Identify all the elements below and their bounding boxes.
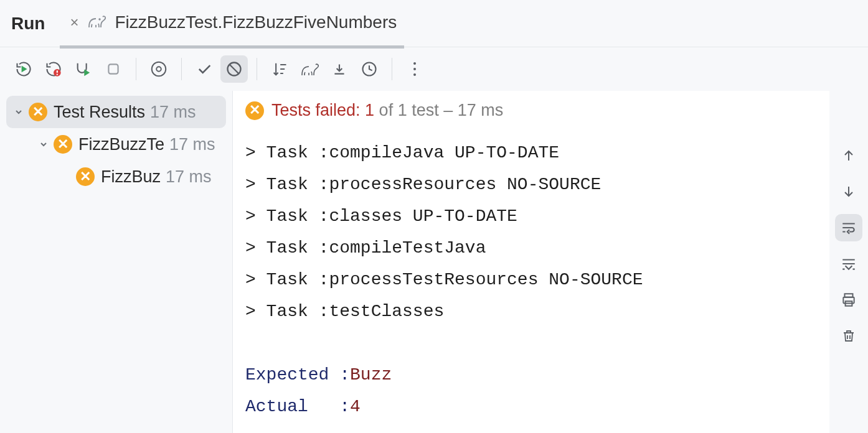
more-options-button[interactable] (401, 55, 428, 83)
run-panel-label: Run (11, 14, 45, 34)
tree-class-node[interactable]: ✕ FizzBuzzTe 17 ms (0, 128, 232, 161)
close-tab-icon[interactable]: × (70, 14, 78, 31)
console-line: > Task :processResources NO-SOURCE (245, 169, 817, 201)
status-summary-text: of 1 test – 17 ms (374, 101, 503, 119)
history-button[interactable] (356, 55, 383, 83)
chevron-down-icon[interactable] (35, 139, 52, 149)
up-arrow-icon[interactable] (835, 142, 862, 169)
tree-root-node[interactable]: ✕ Test Results 17 ms (6, 96, 226, 128)
header-bar: Run × FizzBuzzTest.FizzBuzzFiveNumbers (0, 0, 868, 47)
show-passed-button[interactable] (145, 55, 172, 83)
soft-wrap-button[interactable] (835, 214, 862, 241)
gradle-settings-button[interactable] (296, 55, 323, 83)
stop-button[interactable] (100, 55, 127, 83)
down-arrow-icon[interactable] (835, 178, 862, 205)
fail-status-icon: ✕ (76, 167, 95, 186)
tree-node-label: FizzBuzzTe (78, 135, 164, 154)
scroll-to-end-button[interactable] (835, 250, 862, 277)
toggle-auto-test-button[interactable] (70, 55, 97, 83)
fail-status-icon: ✕ (29, 103, 47, 121)
show-passed-tests-button[interactable] (191, 55, 218, 83)
separator (257, 58, 257, 80)
actual-line: Actual :4 (245, 391, 817, 423)
clear-output-button[interactable] (835, 322, 862, 350)
test-status-line: ✕ Tests failed: 1 of 1 test – 17 ms (245, 100, 817, 121)
svg-point-8 (413, 62, 416, 65)
svg-point-9 (413, 68, 416, 70)
gradle-elephant-icon (87, 14, 106, 31)
sort-button[interactable] (266, 55, 293, 83)
tree-node-label: FizzBuz (101, 167, 161, 187)
svg-point-4 (152, 62, 166, 77)
svg-point-10 (413, 73, 416, 76)
console-line: > Task :testClasses (245, 296, 817, 328)
console-line: > Task :compileJava UP-TO-DATE (245, 137, 817, 169)
output-area: ✕ Tests failed: 1 of 1 test – 17 ms > Ta… (233, 91, 868, 433)
console-gutter (829, 91, 868, 433)
console-blank-line (245, 328, 817, 360)
print-button[interactable] (835, 286, 862, 314)
tree-node-time: 17 ms (150, 103, 196, 122)
separator (136, 58, 136, 80)
tab-title: FizzBuzzTest.FizzBuzzFiveNumbers (115, 12, 397, 32)
svg-point-5 (156, 67, 161, 72)
tree-method-node[interactable]: ✕ FizzBuz 17 ms (0, 161, 232, 193)
svg-point-0 (100, 19, 101, 20)
show-ignored-tests-button[interactable] (220, 55, 248, 83)
console-line: > Task :compileTestJava (245, 233, 817, 264)
tree-node-time: 17 ms (166, 167, 212, 187)
console-output[interactable]: ✕ Tests failed: 1 of 1 test – 17 ms > Ta… (233, 91, 829, 433)
console-line: > Task :processTestResources NO-SOURCE (245, 264, 817, 296)
toolbar (0, 47, 868, 91)
status-failed-text: Tests failed: 1 (271, 101, 374, 119)
main-area: ✕ Test Results 17 ms ✕ FizzBuzzTe 17 ms … (0, 91, 868, 433)
test-tree: ✕ Test Results 17 ms ✕ FizzBuzzTe 17 ms … (0, 91, 233, 433)
svg-rect-3 (108, 64, 118, 73)
separator (392, 58, 392, 80)
svg-point-2 (57, 74, 58, 75)
import-results-button[interactable] (326, 55, 353, 83)
separator (181, 58, 182, 80)
rerun-failed-button[interactable] (40, 55, 67, 83)
rerun-button[interactable] (10, 55, 37, 83)
fail-status-icon: ✕ (245, 101, 264, 120)
chevron-down-icon[interactable] (10, 107, 27, 117)
fail-status-icon: ✕ (54, 135, 72, 154)
expected-line: Expected :Buzz (245, 360, 817, 391)
tree-node-label: Test Results (54, 103, 145, 122)
run-tab[interactable]: × FizzBuzzTest.FizzBuzzFiveNumbers (70, 12, 397, 35)
console-line: > Task :classes UP-TO-DATE (245, 201, 817, 233)
tree-node-time: 17 ms (169, 135, 215, 154)
